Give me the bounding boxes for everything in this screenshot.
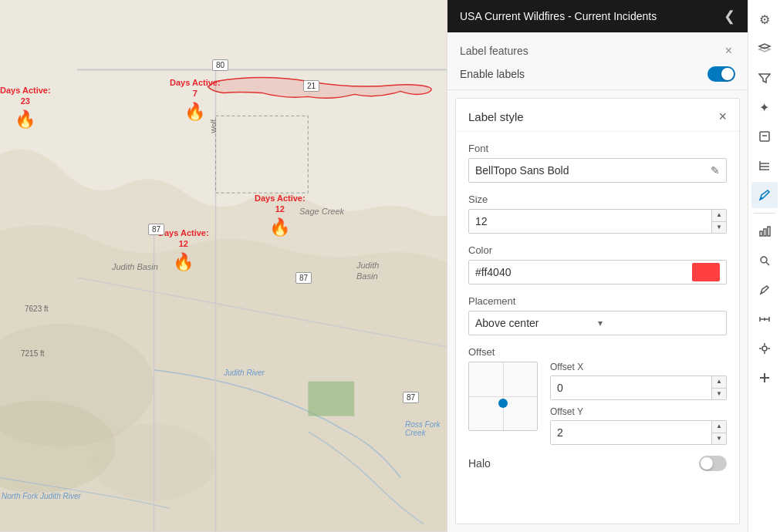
fire-label-4: Days Active: 12 🔥: [158, 227, 209, 273]
placement-value: Above center: [475, 317, 598, 329]
size-up-button[interactable]: ▲: [712, 210, 726, 222]
offset-x-input[interactable]: [551, 376, 711, 399]
fire-label-1: Days Active: 23 🔥: [0, 85, 51, 130]
map-container[interactable]: Days Active: 23 🔥 Days Active: 7 🔥 Days …: [0, 0, 447, 532]
offset-x-down[interactable]: ▼: [712, 389, 726, 400]
offset-xy: Offset X ▲ ▼ Offset Y: [550, 362, 727, 445]
svg-rect-17: [760, 231, 762, 236]
offset-group: Offset Offset X ▲: [468, 346, 727, 445]
label-style-panel: Label style × Font ✎ Size ▲ ▼: [455, 98, 740, 524]
label-style-close-button[interactable]: ×: [718, 109, 727, 123]
chart-icon-btn[interactable]: [751, 218, 778, 244]
svg-rect-18: [764, 229, 766, 236]
offset-x-up[interactable]: ▲: [712, 376, 726, 389]
layer-header: USA Current Wildfires - Current Incident…: [447, 0, 748, 32]
size-spinner-row: ▲ ▼: [468, 209, 727, 234]
place-sage-creek: Sage Creek: [299, 207, 344, 216]
elevation-7623: 7623 ft: [25, 305, 49, 313]
offset-dot[interactable]: [498, 399, 508, 408]
fire-icon-3: 🔥: [255, 217, 306, 239]
enable-labels-row: Enable labels: [460, 66, 735, 82]
enable-labels-text: Enable labels: [460, 68, 525, 80]
label-features-header: Label features ×: [460, 43, 735, 59]
offset-canvas[interactable]: [468, 362, 538, 431]
color-label: Color: [468, 244, 727, 256]
label-style-header: Label style ×: [456, 99, 739, 132]
label-features-close[interactable]: ×: [722, 43, 735, 59]
wolf-label: Wolf: [210, 120, 218, 133]
offset-label: Offset: [468, 346, 727, 358]
offset-section: Offset X ▲ ▼ Offset Y: [468, 362, 727, 445]
effects-icon-btn[interactable]: ✦: [751, 94, 778, 120]
road-label-21: 21: [303, 80, 319, 92]
offset-y-btns: ▲ ▼: [711, 421, 726, 444]
color-group: Color: [468, 244, 727, 285]
offset-x-spinner: ▲ ▼: [550, 375, 727, 400]
layers-icon-btn[interactable]: [751, 35, 778, 62]
style-icon-btn[interactable]: [751, 182, 778, 208]
offset-y-spinner: ▲ ▼: [550, 420, 727, 445]
settings-icon-btn[interactable]: ⚙: [751, 6, 778, 32]
svg-rect-8: [308, 382, 354, 416]
font-input-row[interactable]: ✎: [468, 158, 727, 183]
location-icon-btn[interactable]: [751, 335, 778, 362]
svg-rect-19: [768, 227, 770, 236]
add-icon-btn[interactable]: [751, 365, 778, 391]
search-icon-btn[interactable]: [751, 247, 778, 274]
offset-y-input[interactable]: [551, 421, 711, 444]
offset-y-up[interactable]: ▲: [712, 421, 726, 433]
font-label: Font: [468, 143, 727, 154]
list-icon-btn[interactable]: [751, 153, 778, 179]
halo-toggle[interactable]: [699, 456, 727, 471]
svg-point-26: [762, 346, 767, 351]
offset-x-btns: ▲ ▼: [711, 376, 726, 399]
layer-chevron[interactable]: ❮: [724, 8, 735, 25]
crosshair-v: [503, 362, 504, 430]
placement-label: Placement: [468, 295, 727, 307]
river-north-fork: North Fork Judith River: [2, 492, 81, 500]
offset-y-field: Offset Y ▲ ▼: [550, 406, 727, 445]
river-judith: Judith River: [224, 369, 265, 377]
road-label-80: 80: [212, 59, 228, 71]
offset-y-label: Offset Y: [550, 406, 727, 417]
draw-icon-btn[interactable]: [751, 277, 778, 303]
font-group: Font ✎: [468, 143, 727, 183]
svg-line-21: [766, 262, 769, 265]
font-edit-icon[interactable]: ✎: [711, 164, 720, 177]
elevation-7215: 7215 ft: [21, 349, 45, 358]
road-label-87a: 87: [148, 224, 164, 235]
placement-group: Placement Above center ▾: [468, 295, 727, 335]
label-style-body: Font ✎ Size ▲ ▼ Color: [456, 132, 739, 482]
size-down-button[interactable]: ▼: [712, 222, 726, 234]
font-input[interactable]: [475, 164, 704, 177]
size-spinner-btns: ▲ ▼: [711, 210, 726, 233]
road-label-87b: 87: [295, 272, 312, 284]
placement-select[interactable]: Above center ▾: [468, 311, 727, 335]
river-ross-fork: Ross Fork Creek: [405, 420, 447, 437]
svg-point-20: [761, 257, 767, 263]
color-input[interactable]: [475, 266, 684, 278]
halo-label: Halo: [468, 457, 491, 470]
size-group: Size ▲ ▼: [468, 194, 727, 234]
pop-icon-btn[interactable]: [751, 123, 778, 150]
label-features-title: Label features: [460, 45, 528, 57]
place-judith-basin: Judith Basin: [112, 262, 158, 271]
enable-labels-toggle[interactable]: [707, 66, 735, 82]
offset-y-down[interactable]: ▼: [712, 433, 726, 445]
halo-row: Halo: [468, 456, 727, 471]
label-style-title: Label style: [468, 110, 524, 123]
offset-x-field: Offset X ▲ ▼: [550, 362, 727, 400]
layer-title: USA Current Wildfires - Current Incident…: [460, 10, 657, 22]
filter-icon-btn[interactable]: [751, 65, 778, 91]
size-input[interactable]: [469, 210, 711, 233]
right-panel: USA Current Wildfires - Current Incident…: [447, 0, 748, 532]
color-swatch[interactable]: [692, 263, 720, 281]
color-row: [468, 260, 727, 285]
fire-label-2: Days Active: 7 🔥: [170, 77, 221, 123]
offset-x-label: Offset X: [550, 362, 727, 372]
measure-icon-btn[interactable]: [751, 306, 778, 332]
label-features-panel: Label features × Enable labels: [447, 32, 748, 90]
icon-sidebar: ⚙ ✦: [748, 0, 780, 532]
fire-icon-1: 🔥: [0, 109, 51, 131]
placement-chevron: ▾: [598, 318, 721, 328]
